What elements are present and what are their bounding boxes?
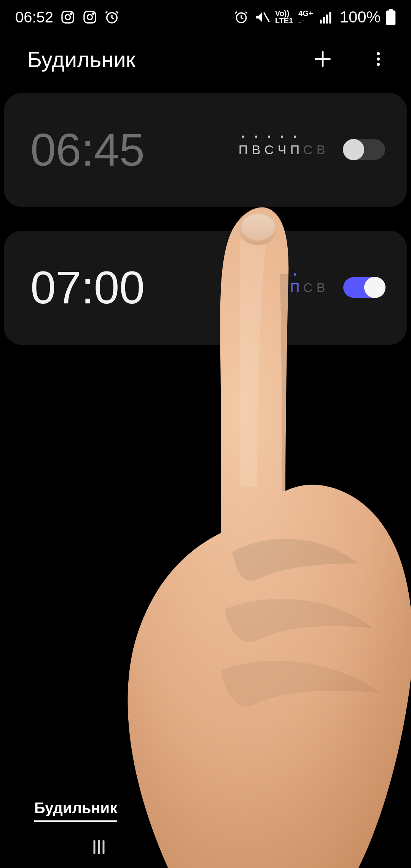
svg-rect-11 <box>323 17 325 24</box>
day-indicator: П <box>237 142 250 157</box>
day-indicator: Ч <box>276 280 288 295</box>
vibrate-mute-icon <box>254 9 270 25</box>
day-indicator: С <box>263 280 276 295</box>
alarm-list: 06:45 П В С Ч П С В 07:00 П В <box>0 84 411 345</box>
alarm-days: П В С Ч П С В <box>237 280 327 295</box>
volte-indicator: Vo)) LTE1 <box>275 10 293 24</box>
instagram-icon <box>82 10 97 25</box>
page-title: Будильник <box>27 46 135 72</box>
svg-rect-13 <box>329 12 331 24</box>
nav-recents-button[interactable] <box>84 832 114 862</box>
more-options-button[interactable] <box>367 48 390 70</box>
day-indicator: П <box>288 142 301 157</box>
alarm-days: П В С Ч П С В <box>237 142 327 157</box>
day-indicator: В <box>250 142 263 157</box>
battery-icon <box>386 9 396 25</box>
tab-alarm[interactable]: Будильник <box>34 799 117 822</box>
alarm-card[interactable]: 07:00 П В С Ч П С В <box>4 231 407 345</box>
battery-percentage: 100% <box>340 8 381 26</box>
svg-point-19 <box>377 57 380 61</box>
alarm-card[interactable]: 06:45 П В С Ч П С В <box>4 93 407 207</box>
instagram-icon <box>60 10 75 25</box>
day-indicator: Ч <box>276 142 288 157</box>
day-indicator: С <box>263 142 276 157</box>
day-indicator: В <box>314 142 327 157</box>
day-indicator: С <box>301 142 314 157</box>
alarm-toggle[interactable] <box>343 277 385 298</box>
svg-rect-10 <box>320 20 322 24</box>
status-clock: 06:52 <box>15 9 53 26</box>
alarm-icon <box>104 10 119 25</box>
day-indicator: С <box>301 280 314 295</box>
alarm-toggle[interactable] <box>343 139 385 160</box>
alarm-time: 06:45 <box>30 123 145 176</box>
day-indicator: В <box>250 280 263 295</box>
svg-point-20 <box>377 63 380 66</box>
svg-point-4 <box>87 14 92 19</box>
day-indicator: П <box>237 280 250 295</box>
navigation-bar <box>0 826 411 868</box>
alarm-icon <box>234 10 249 24</box>
svg-rect-14 <box>386 11 396 26</box>
svg-line-8 <box>264 13 269 22</box>
network-type-indicator: 4G+ ↓↑ <box>298 10 313 24</box>
svg-point-5 <box>93 13 94 14</box>
svg-point-2 <box>71 13 72 14</box>
alarm-time: 07:00 <box>30 261 145 314</box>
svg-point-18 <box>377 52 380 55</box>
add-alarm-button[interactable] <box>311 48 334 70</box>
bottom-tabs: Будильник <box>0 799 411 822</box>
day-indicator: В <box>314 280 327 295</box>
day-indicator: П <box>288 280 301 295</box>
svg-rect-15 <box>389 9 393 11</box>
app-header: Будильник <box>0 34 411 84</box>
signal-icon <box>319 10 334 25</box>
svg-rect-12 <box>326 14 328 23</box>
svg-point-1 <box>65 14 70 19</box>
status-bar: 06:52 Vo)) LTE1 4G+ ↓↑ <box>0 0 411 34</box>
